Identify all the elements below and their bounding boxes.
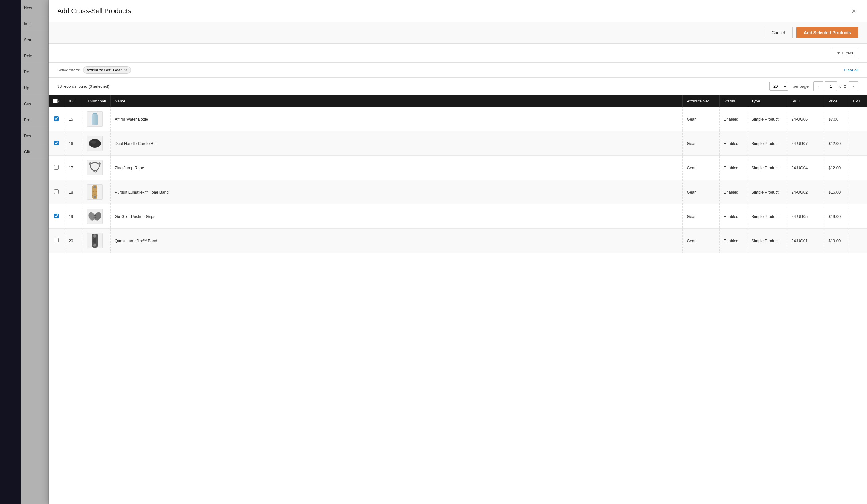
row-name: Zing Jump Rope [110,156,682,180]
modal: Add Cross-Sell Products × Cancel Add Sel… [49,0,867,504]
row-id: 17 [64,156,83,180]
per-page-select[interactable]: 20 50 100 [769,82,788,91]
modal-close-button[interactable]: × [849,6,858,16]
th-name[interactable]: Name [110,95,682,107]
row-attribute-set: Gear [682,180,719,204]
th-price[interactable]: Price [824,95,848,107]
row-checkbox-cell [49,180,64,204]
active-filters-left: Active filters: Attribute Set: Gear ✕ [57,66,131,74]
row-status: Enabled [719,229,747,253]
row-price: $12.00 [824,156,848,180]
per-page-dropdown[interactable]: 20 50 100 [770,82,788,90]
svg-point-4 [91,141,96,144]
row-name: Pursuit Lumaflex™ Tone Band [110,180,682,204]
svg-rect-0 [93,113,97,114]
table-row: 19 Go-Get'r Pushup Grips Gear Enabled Si… [49,204,867,229]
svg-point-8 [94,196,96,198]
row-id: 20 [64,229,83,253]
row-checkbox[interactable] [54,189,59,194]
product-thumbnail [87,209,103,224]
row-thumbnail [83,180,110,204]
row-checkbox-cell [49,107,64,131]
table-body: 15 Affirm Water Bottle Gear Enabled Simp… [49,107,867,253]
filter-button-label: Filters [842,51,853,55]
modal-overlay: Add Cross-Sell Products × Cancel Add Sel… [0,0,867,504]
row-id: 16 [64,131,83,156]
row-type: Simple Product [747,180,787,204]
row-fpt [848,229,867,253]
row-sku: 24-UG01 [787,229,824,253]
page-of-label: of 2 [839,84,846,89]
svg-point-13 [93,234,96,238]
select-all-dropdown-arrow[interactable]: ▾ [58,99,60,103]
modal-header: Add Cross-Sell Products × [49,0,867,22]
page-input[interactable] [825,81,837,91]
th-id[interactable]: ID ↓ [64,95,83,107]
product-thumbnail [87,160,103,175]
th-attribute-set[interactable]: Attribute Set [682,95,719,107]
row-status: Enabled [719,156,747,180]
product-thumbnail [87,111,103,127]
table-row: 16 Dual Handle Cardio Ball Gear Enabled … [49,131,867,156]
row-type: Simple Product [747,107,787,131]
row-sku: 24-UG04 [787,156,824,180]
active-filters-bar: Active filters: Attribute Set: Gear ✕ Cl… [49,63,867,78]
row-checkbox-cell [49,131,64,156]
row-name: Dual Handle Cardio Ball [110,131,682,156]
row-fpt [848,131,867,156]
select-all-checkbox[interactable] [53,99,57,103]
products-table: ▾ ID ↓ Thumbnail Name Attribute Set Stat… [49,95,867,253]
product-thumbnail [87,233,103,248]
pagination-controls: 20 50 100 per page ‹ of 2 › [769,81,858,91]
row-thumbnail [83,156,110,180]
row-checkbox[interactable] [54,213,59,218]
row-id: 19 [64,204,83,229]
table-row: 15 Affirm Water Bottle Gear Enabled Simp… [49,107,867,131]
row-checkbox[interactable] [54,238,59,242]
next-page-button[interactable]: › [848,81,858,91]
th-fpt[interactable]: FPT [848,95,867,107]
row-attribute-set: Gear [682,107,719,131]
row-price: $19.00 [824,204,848,229]
prev-page-button[interactable]: ‹ [813,81,823,91]
row-price: $19.00 [824,229,848,253]
row-type: Simple Product [747,204,787,229]
row-status: Enabled [719,180,747,204]
svg-rect-15 [93,239,96,243]
row-thumbnail [83,107,110,131]
th-status[interactable]: Status [719,95,747,107]
row-name: Go-Get'r Pushup Grips [110,204,682,229]
row-fpt [848,180,867,204]
records-info: 33 records found (3 selected) [57,84,109,89]
row-checkbox-cell [49,229,64,253]
toolbar-row: ▼ Filters [49,44,867,63]
svg-point-5 [89,163,92,165]
row-type: Simple Product [747,156,787,180]
active-filters-label: Active filters: [57,68,80,72]
filters-button[interactable]: ▼ Filters [832,48,858,58]
th-sku[interactable]: SKU [787,95,824,107]
row-sku: 24-UG05 [787,204,824,229]
row-attribute-set: Gear [682,204,719,229]
row-checkbox-cell [49,156,64,180]
row-attribute-set: Gear [682,131,719,156]
row-fpt [848,107,867,131]
row-type: Simple Product [747,229,787,253]
row-thumbnail [83,131,110,156]
row-price: $12.00 [824,131,848,156]
filter-tag-remove-button[interactable]: ✕ [124,68,127,72]
cancel-button[interactable]: Cancel [764,27,793,39]
row-checkbox[interactable] [54,141,59,145]
row-attribute-set: Gear [682,156,719,180]
row-checkbox[interactable] [54,165,59,169]
add-selected-products-button[interactable]: Add Selected Products [796,27,858,38]
th-type[interactable]: Type [747,95,787,107]
row-checkbox[interactable] [54,116,59,121]
clear-all-link[interactable]: Clear all [844,68,858,72]
filter-icon: ▼ [837,51,841,55]
row-status: Enabled [719,131,747,156]
row-status: Enabled [719,204,747,229]
row-type: Simple Product [747,131,787,156]
svg-point-6 [98,163,101,165]
per-page-label: per page [793,84,809,89]
